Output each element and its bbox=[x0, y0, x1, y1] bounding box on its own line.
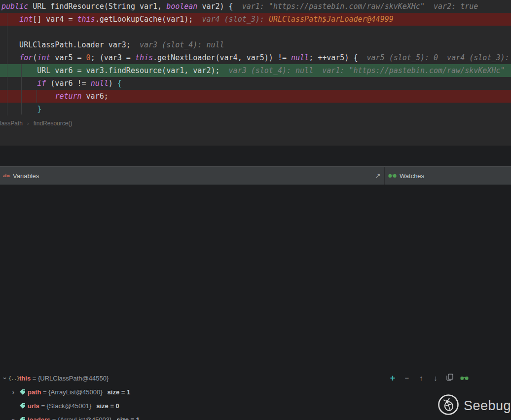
editor-panel-divider bbox=[0, 146, 511, 166]
variables-label: Variables bbox=[13, 172, 39, 180]
variables-panel[interactable]: +−↑↓ ›{..}this = {URLClassPath@44550}›pa… bbox=[0, 185, 511, 420]
code-token: int bbox=[19, 15, 33, 24]
code-token: (var6 != bbox=[46, 79, 90, 88]
code-token bbox=[1, 92, 55, 101]
seebug-watermark: Seebug bbox=[437, 393, 511, 418]
variable-name: this bbox=[19, 375, 31, 382]
seebug-text: Seebug bbox=[464, 398, 511, 414]
code-token: ( bbox=[33, 53, 37, 62]
move-watch-down-button[interactable]: ↓ bbox=[431, 374, 440, 382]
watches-toolbar: +−↑↓ bbox=[388, 373, 469, 383]
tag-icon bbox=[17, 402, 28, 410]
equals-sign: = bbox=[41, 388, 48, 396]
indent-guide bbox=[36, 90, 37, 103]
inline-debug-hint: var3 (slot_4): null var1: "https://paste… bbox=[224, 66, 505, 75]
chevron-down-icon[interactable]: › bbox=[10, 416, 17, 420]
code-token: var6; bbox=[82, 92, 109, 101]
variables-tree[interactable]: ›{..}this = {URLClassPath@44550}›path = … bbox=[0, 371, 384, 420]
code-line-4[interactable]: URLClassPath.Loader var3; var3 (slot_4):… bbox=[0, 38, 511, 51]
code-line-1[interactable]: public URL findResource(String var1, boo… bbox=[0, 0, 511, 13]
variable-name: path bbox=[28, 388, 41, 396]
code-token: null bbox=[291, 53, 309, 62]
code-line-9[interactable]: } bbox=[0, 103, 511, 115]
seebug-bug-icon bbox=[437, 393, 460, 418]
code-line-7[interactable]: if (var6 != null) { bbox=[0, 77, 511, 90]
variable-name: urls bbox=[28, 402, 39, 410]
code-token: public bbox=[1, 2, 28, 11]
code-token: var5 = bbox=[50, 53, 86, 62]
panel-separator bbox=[384, 167, 385, 185]
code-token: for bbox=[19, 53, 33, 62]
tag-icon bbox=[19, 416, 26, 420]
abc-icon: abc bbox=[3, 173, 10, 178]
remove-watch-button[interactable]: − bbox=[402, 374, 411, 382]
indent-guide bbox=[21, 64, 22, 115]
code-token: if bbox=[37, 79, 46, 88]
code-token: this bbox=[135, 53, 153, 62]
code-token: URL var6 = var3.findResource(var1, var2)… bbox=[1, 66, 224, 75]
watches-tab[interactable]: Watches bbox=[388, 167, 424, 185]
breadcrumb-class[interactable]: lassPath bbox=[0, 120, 23, 127]
inline-debug-hint: var3 (slot_4): null bbox=[135, 40, 224, 49]
code-token: URL findResource(String var1, bbox=[28, 2, 166, 11]
variable-name: loaders bbox=[28, 416, 50, 420]
code-token: 0 bbox=[86, 53, 91, 62]
variable-row-path[interactable]: ›path = {ArrayList@45000}size = 1 bbox=[0, 385, 384, 399]
variable-row-this[interactable]: ›{..}this = {URLClassPath@44550} bbox=[0, 371, 384, 385]
glasses-icon bbox=[460, 376, 469, 381]
code-line-5[interactable]: for(int var5 = 0; (var3 = this.getNextLo… bbox=[0, 51, 511, 64]
watches-label: Watches bbox=[400, 172, 424, 180]
code-token: ; (var3 = bbox=[91, 53, 135, 62]
tag-icon bbox=[19, 388, 26, 396]
variable-row-loaders[interactable]: ›loaders = {ArrayList@45003}size = 1 bbox=[0, 413, 384, 420]
code-token: URLClassPath.Loader var3; bbox=[1, 40, 135, 49]
object-icon: {..} bbox=[8, 375, 19, 382]
code-token: null bbox=[91, 79, 109, 88]
tag-icon bbox=[17, 388, 28, 396]
code-line-2[interactable]: int[] var4 = this.getLookupCache(var1); … bbox=[0, 13, 511, 26]
collection-size: size = 1 bbox=[116, 416, 140, 420]
code-token: return bbox=[55, 92, 81, 101]
move-watch-up-button[interactable]: ↑ bbox=[417, 374, 426, 382]
variable-row-urls[interactable]: urls = {Stack@45001}size = 0 bbox=[0, 399, 384, 413]
inline-debug-hint: var4 (slot_3): bbox=[197, 15, 269, 24]
code-token: ; ++var5) { bbox=[309, 53, 362, 62]
chevron-down-icon[interactable]: › bbox=[1, 375, 9, 382]
code-token: this bbox=[77, 15, 95, 24]
code-token: var2) { bbox=[197, 2, 237, 11]
collection-size: size = 0 bbox=[96, 402, 119, 410]
breadcrumb: lassPath › findResource() bbox=[0, 118, 72, 129]
inline-debug-hint: URLClassPath$JarLoader@44999 bbox=[269, 15, 394, 24]
equals-sign: = bbox=[39, 402, 47, 410]
code-line-6[interactable]: URL var6 = var3.findResource(var1, var2)… bbox=[0, 64, 511, 77]
code-token: .getNextLoader(var4, var5)) != bbox=[153, 53, 291, 62]
tag-icon bbox=[19, 402, 26, 410]
code-token: ) bbox=[109, 79, 117, 88]
code-token: .getLookupCache(var1); bbox=[95, 15, 198, 24]
code-area[interactable]: public URL findResource(String var1, boo… bbox=[0, 0, 511, 115]
show-watches-button[interactable] bbox=[460, 374, 469, 382]
collection-size: size = 1 bbox=[108, 388, 131, 396]
code-token: int bbox=[37, 53, 50, 62]
watches-glasses-icon bbox=[388, 172, 397, 180]
variable-value: {ArrayList@45003} bbox=[58, 416, 111, 420]
inline-debug-hint: var5 (slot_5): 0 var4 (slot_3): bbox=[363, 53, 510, 62]
variable-value: {Stack@45001} bbox=[47, 402, 92, 410]
debug-panel-header: abc Variables ↗ Watches bbox=[0, 166, 511, 185]
code-line-3[interactable] bbox=[0, 26, 511, 38]
variables-tab[interactable]: abc Variables bbox=[3, 167, 39, 185]
inline-debug-hint: var1: "https://pastebin.com/raw/skvKeXHc… bbox=[238, 2, 478, 11]
code-editor[interactable]: public URL findResource(String var1, boo… bbox=[0, 0, 511, 146]
code-line-8[interactable]: return var6; bbox=[0, 90, 511, 103]
variable-value: {ArrayList@45000} bbox=[48, 388, 102, 396]
expand-panel-icon[interactable]: ↗ bbox=[375, 167, 381, 185]
chevron-right-icon[interactable]: › bbox=[10, 388, 17, 396]
code-token: { bbox=[117, 79, 122, 88]
equals-sign: = bbox=[50, 416, 58, 420]
add-watch-button[interactable]: + bbox=[388, 374, 397, 382]
tag-icon bbox=[17, 416, 28, 420]
breadcrumb-method[interactable]: findResource() bbox=[34, 120, 73, 127]
code-token bbox=[1, 53, 19, 62]
code-token bbox=[1, 15, 19, 24]
copy-button[interactable] bbox=[445, 374, 454, 383]
